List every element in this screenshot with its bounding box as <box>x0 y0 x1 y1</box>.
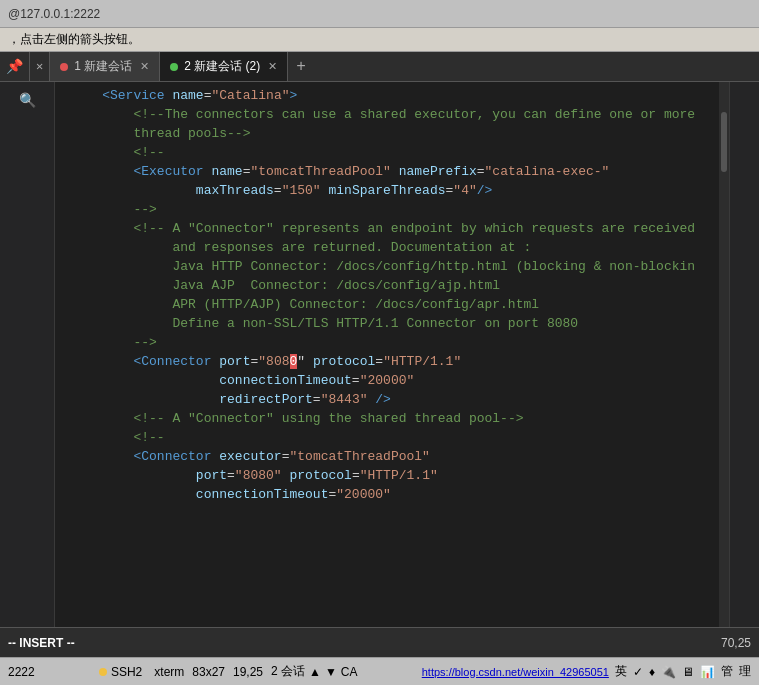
tab-add[interactable]: + <box>288 52 314 81</box>
tab-2[interactable]: 2 新建会话 (2) ✕ <box>160 52 288 81</box>
ssh-label: SSH2 <box>111 665 142 679</box>
sessions-label: 2 会话 <box>271 663 305 680</box>
ssh-status: SSH2 xterm 83x27 19,25 2 会话 ▲ ▼ CA <box>99 663 358 680</box>
cursor-position: 70,25 <box>721 636 751 650</box>
ca-label: CA <box>341 665 358 679</box>
tab-bar[interactable]: 📌 ✕ 1 新建会话 ✕ 2 新建会话 (2) ✕ + <box>0 52 759 82</box>
tab1-dot <box>60 63 68 71</box>
top-bar: @127.0.0.1:2222 <box>0 0 759 28</box>
taskbar-left: 2222 <box>8 665 35 679</box>
tab-1[interactable]: 1 新建会话 ✕ <box>50 52 160 81</box>
search-icon[interactable]: 🔍 <box>17 90 37 110</box>
tab2-dot <box>170 63 178 71</box>
code-area: <Service name="Catalina"> <!--The connec… <box>55 82 729 508</box>
taskbar-icon-3[interactable]: ♦ <box>649 665 655 679</box>
info-bar: ，点击左侧的箭头按钮。 <box>0 28 759 52</box>
cursor-pos: 19,25 <box>233 665 263 679</box>
taskbar: 2222 SSH2 xterm 83x27 19,25 2 会话 ▲ ▼ CA … <box>0 657 759 685</box>
tab-close-all[interactable]: ✕ <box>30 52 50 81</box>
scrollbar[interactable] <box>719 82 729 627</box>
taskbar-icon-4[interactable]: 🔌 <box>661 665 676 679</box>
tab-pin[interactable]: 📌 <box>0 52 30 81</box>
status-bar: -- INSERT -- 70,25 <box>0 627 759 657</box>
taskbar-icon-5[interactable]: 🖥 <box>682 665 694 679</box>
taskbar-center: SSH2 xterm 83x27 19,25 2 会话 ▲ ▼ CA <box>35 663 422 680</box>
ssh-dot <box>99 668 107 676</box>
taskbar-icon-2[interactable]: ✓ <box>633 665 643 679</box>
insert-mode: -- INSERT -- <box>8 636 75 650</box>
ip-text: @127.0.0.1:2222 <box>8 7 100 21</box>
taskbar-link[interactable]: https://blog.csdn.net/weixin_42965051 <box>422 666 609 678</box>
taskbar-icon-8[interactable]: 理 <box>739 663 751 680</box>
taskbar-icon-1[interactable]: 英 <box>615 663 627 680</box>
taskbar-icon-6[interactable]: 📊 <box>700 665 715 679</box>
tab1-close[interactable]: ✕ <box>140 60 149 73</box>
scrollbar-thumb[interactable] <box>721 112 727 172</box>
right-panel <box>729 82 759 627</box>
editor-content[interactable]: <Service name="Catalina"> <!--The connec… <box>55 82 729 627</box>
tab2-close[interactable]: ✕ <box>268 60 277 73</box>
taskbar-icon-7[interactable]: 管 <box>721 663 733 680</box>
term-label: xterm <box>154 665 184 679</box>
tab1-label: 1 新建会话 <box>74 58 132 75</box>
info-text: ，点击左侧的箭头按钮。 <box>8 31 140 48</box>
left-sidebar: 🔍 <box>0 82 55 627</box>
editor-container: 🔍 <Service name="Catalina"> <!--The conn… <box>0 82 759 627</box>
taskbar-right: https://blog.csdn.net/weixin_42965051 英 … <box>422 663 751 680</box>
nav-up[interactable]: ▲ <box>309 665 321 679</box>
cols-rows: 83x27 <box>192 665 225 679</box>
taskbar-ip: 2222 <box>8 665 35 679</box>
nav-down[interactable]: ▼ <box>325 665 337 679</box>
tab2-label: 2 新建会话 (2) <box>184 58 260 75</box>
